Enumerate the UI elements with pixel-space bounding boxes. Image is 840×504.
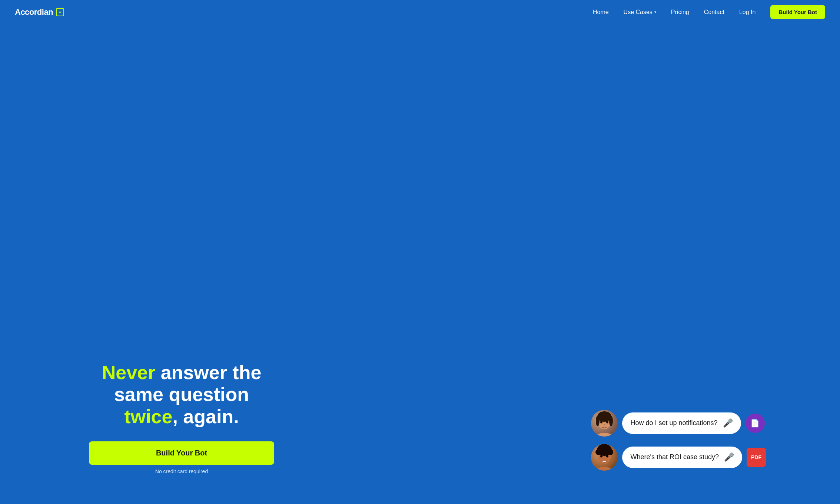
svg-point-7 <box>604 424 605 425</box>
nav-login[interactable]: Log In <box>739 9 756 16</box>
nav-pricing[interactable]: Pricing <box>671 9 689 16</box>
logo-icon: ▪▪ <box>56 8 64 16</box>
pdf-label: PDF <box>751 454 761 460</box>
avatar-1 <box>591 410 618 437</box>
hero-chat-cards: How do I set up notifications? 🎤 📄 <box>591 410 766 474</box>
headline-part2: , again. <box>172 406 239 427</box>
svg-point-15 <box>605 447 611 452</box>
hero-section: Never answer the same question twice, ag… <box>0 24 840 504</box>
nav-build-bot-button[interactable]: Build Your Bot <box>770 5 825 19</box>
logo[interactable]: Accordian ▪▪ <box>15 7 64 17</box>
avatar-face-1 <box>591 410 618 437</box>
svg-point-0 <box>594 433 615 437</box>
nav-links: Home Use Cases ▾ Pricing Contact Log In … <box>593 5 825 19</box>
nav-contact[interactable]: Contact <box>704 9 724 16</box>
microphone-icon-2[interactable]: 🎤 <box>724 452 734 462</box>
hero-left: Never answer the same question twice, ag… <box>89 362 274 474</box>
navbar: Accordian ▪▪ Home Use Cases ▾ Pricing Co… <box>0 0 840 24</box>
chevron-down-icon: ▾ <box>654 10 656 14</box>
chat-text-1: How do I set up notifications? <box>630 419 717 427</box>
pdf-action-icon-2[interactable]: PDF <box>747 448 766 467</box>
hero-build-bot-button[interactable]: Build Your Bot <box>89 441 274 465</box>
svg-point-5 <box>600 421 602 424</box>
svg-point-3 <box>596 416 600 426</box>
nav-home[interactable]: Home <box>593 9 609 16</box>
avatar-2 <box>591 444 618 471</box>
svg-point-6 <box>606 421 608 424</box>
hero-content: Never answer the same question twice, ag… <box>0 362 840 474</box>
chat-bubble-2: Where's that ROI case study? 🎤 <box>622 447 742 468</box>
headline-never: Never <box>102 362 156 383</box>
microphone-icon-1[interactable]: 🎤 <box>723 418 733 428</box>
svg-point-16 <box>600 455 602 458</box>
svg-point-17 <box>606 455 608 458</box>
svg-point-14 <box>598 447 603 452</box>
headline-twice: twice <box>124 406 172 427</box>
chat-card-2: Where's that ROI case study? 🎤 PDF <box>591 444 766 471</box>
nav-use-cases[interactable]: Use Cases ▾ <box>624 9 656 16</box>
doc-action-icon-1[interactable]: 📄 <box>746 414 765 433</box>
no-credit-card-label: No credit card required <box>89 468 274 474</box>
chat-bubble-1: How do I set up notifications? 🎤 <box>622 412 741 434</box>
chat-text-2: Where's that ROI case study? <box>630 453 719 461</box>
svg-point-4 <box>609 416 613 426</box>
avatar-face-2 <box>591 444 618 471</box>
svg-point-8 <box>594 467 615 471</box>
chat-card-1: How do I set up notifications? 🎤 📄 <box>591 410 766 437</box>
brand-name: Accordian <box>15 7 53 17</box>
document-icon: 📄 <box>750 419 760 428</box>
hero-headline: Never answer the same question twice, ag… <box>89 362 274 428</box>
